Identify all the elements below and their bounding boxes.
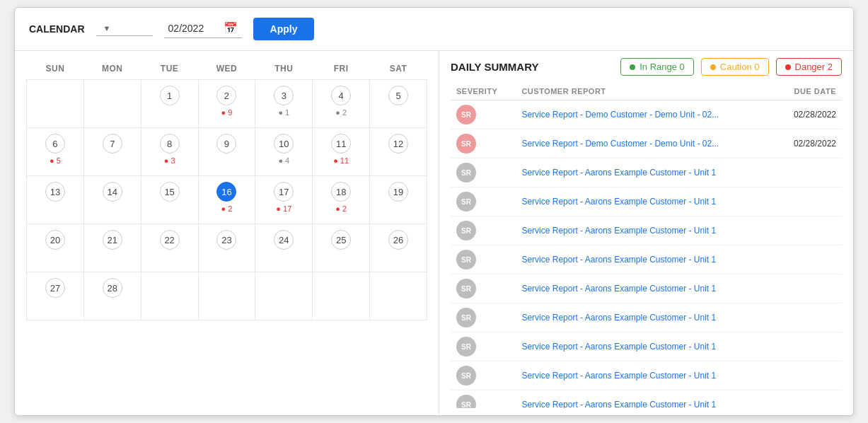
report-link[interactable]: Service Report - Aarons Example Customer… (521, 197, 716, 207)
calendar-cell[interactable]: 11● 11 (313, 128, 370, 176)
day-number: 28 (103, 278, 122, 298)
calendar-cell[interactable]: 10● 4 (255, 128, 313, 176)
day-number: 17 (274, 182, 294, 202)
severity-cell: SR (451, 245, 516, 274)
day-number: 12 (388, 134, 408, 153)
severity-cell: SR (451, 100, 516, 129)
report-link[interactable]: Service Report - Aarons Example Customer… (521, 371, 716, 381)
report-table-wrap: SEVERITYCUSTOMER REPORTDUE DATE SRServic… (451, 83, 842, 408)
day-dot: ● 2 (314, 108, 368, 117)
table-row: SRService Report - Aarons Example Custom… (451, 187, 842, 216)
day-number: 13 (45, 182, 65, 202)
calendar-cell (27, 80, 84, 128)
report-link-cell[interactable]: Service Report - Aarons Example Customer… (516, 274, 775, 303)
report-link-cell[interactable]: Service Report - Aarons Example Customer… (516, 361, 775, 390)
badge-dot (630, 64, 635, 70)
calendar-cell[interactable]: 15 (141, 176, 198, 224)
apply-button[interactable]: Apply (253, 18, 315, 40)
report-link[interactable]: Service Report - Demo Customer - Demo Un… (521, 110, 719, 120)
due-date-cell (775, 216, 843, 245)
calendar-cell[interactable]: 21 (83, 224, 141, 272)
report-link[interactable]: Service Report - Aarons Example Customer… (521, 400, 716, 408)
calendar-cell[interactable]: 20 (27, 224, 84, 272)
badge-dot (710, 64, 716, 70)
calendar-cell[interactable]: 12 (370, 128, 427, 176)
day-number: 10 (274, 134, 294, 153)
badge-danger[interactable]: Danger 2 (776, 58, 842, 76)
calendar-cell[interactable]: 6● 5 (27, 128, 84, 176)
report-link[interactable]: Service Report - Aarons Example Customer… (521, 284, 716, 294)
cal-header-thu: THU (255, 58, 313, 80)
sr-badge: SR (456, 337, 476, 357)
app-container: CALENDAR ▼ 02/2022 📅 Apply SUNMONTUEWEDT… (14, 7, 854, 416)
report-link-cell[interactable]: Service Report - Aarons Example Customer… (516, 390, 775, 409)
calendar-panel: SUNMONTUEWEDTHUFRISAT 12● 93● 14● 256● 5… (15, 51, 439, 415)
cal-header-wed: WED (198, 58, 255, 80)
calendar-cell[interactable]: 9 (198, 128, 255, 176)
report-link-cell[interactable]: Service Report - Demo Customer - Demo Un… (516, 129, 775, 158)
sr-badge: SR (456, 250, 476, 270)
day-number: 14 (103, 182, 122, 202)
calendar-cell[interactable]: 8● 3 (141, 128, 198, 176)
calendar-cell[interactable]: 5 (370, 80, 427, 128)
calendar-icon[interactable]: 📅 (224, 21, 238, 35)
calendar-cell[interactable]: 4● 2 (313, 80, 370, 128)
cal-header-tue: TUE (141, 58, 198, 80)
severity-cell: SR (451, 390, 516, 409)
calendar-cell[interactable]: 24 (255, 224, 313, 272)
day-dot: ● 11 (314, 156, 368, 165)
day-number: 25 (331, 230, 351, 250)
report-link-cell[interactable]: Service Report - Aarons Example Customer… (516, 332, 775, 361)
calendar-cell[interactable]: 17● 17 (255, 176, 313, 224)
calendar-cell[interactable]: 2● 9 (198, 80, 255, 128)
badge-caution[interactable]: Caution 0 (701, 58, 769, 76)
badge-dot (785, 64, 791, 70)
day-number: 11 (331, 134, 351, 153)
day-number: 26 (388, 230, 408, 250)
calendar-cell[interactable]: 26 (370, 224, 427, 272)
day-number: 27 (45, 278, 65, 298)
calendar-cell[interactable]: 7 (83, 128, 141, 176)
day-number: 18 (331, 182, 351, 202)
calendar-cell[interactable]: 22 (141, 224, 198, 272)
main-content: SUNMONTUEWEDTHUFRISAT 12● 93● 14● 256● 5… (15, 51, 853, 415)
report-link[interactable]: Service Report - Aarons Example Customer… (521, 342, 716, 352)
severity-cell: SR (451, 361, 516, 390)
badge-label: Danger 2 (795, 62, 833, 72)
calendar-cell[interactable]: 18● 2 (313, 176, 370, 224)
calendar-cell[interactable]: 23 (198, 224, 255, 272)
calendar-cell[interactable]: 27 (27, 272, 84, 320)
report-link-cell[interactable]: Service Report - Aarons Example Customer… (516, 245, 775, 274)
report-link-cell[interactable]: Service Report - Aarons Example Customer… (516, 187, 775, 216)
calendar-cell[interactable]: 25 (313, 224, 370, 272)
report-link[interactable]: Service Report - Aarons Example Customer… (521, 255, 716, 265)
day-number: 5 (388, 86, 408, 105)
calendar-cell[interactable]: 3● 1 (255, 80, 313, 128)
report-link[interactable]: Service Report - Aarons Example Customer… (521, 168, 716, 178)
calendar-cell[interactable]: 14 (83, 176, 141, 224)
calendar-cell[interactable]: 16● 2 (198, 176, 255, 224)
report-link[interactable]: Service Report - Demo Customer - Demo Un… (521, 139, 719, 149)
day-number: 16 (216, 182, 236, 202)
report-col-header: DUE DATE (775, 83, 843, 100)
calendar-label: CALENDAR (29, 23, 85, 35)
report-link[interactable]: Service Report - Aarons Example Customer… (521, 226, 716, 236)
report-link-cell[interactable]: Service Report - Aarons Example Customer… (516, 216, 775, 245)
report-link-cell[interactable]: Service Report - Demo Customer - Demo Un… (516, 100, 775, 129)
report-link[interactable]: Service Report - Aarons Example Customer… (521, 313, 716, 323)
calendar-cell[interactable]: 19 (370, 176, 427, 224)
calendar-dropdown[interactable]: ▼ (96, 23, 153, 36)
day-dot: ● 3 (143, 156, 197, 165)
calendar-cell[interactable]: 13 (27, 176, 84, 224)
report-link-cell[interactable]: Service Report - Aarons Example Customer… (516, 158, 775, 187)
day-dot: ● 17 (257, 204, 311, 213)
due-date-cell (775, 303, 843, 332)
badge-in-range[interactable]: In Range 0 (620, 58, 694, 76)
due-date-cell (775, 158, 843, 187)
severity-cell: SR (451, 274, 516, 303)
sr-badge: SR (456, 279, 476, 299)
report-link-cell[interactable]: Service Report - Aarons Example Customer… (516, 303, 775, 332)
table-row: SRService Report - Aarons Example Custom… (451, 303, 842, 332)
calendar-cell[interactable]: 1 (141, 80, 198, 128)
calendar-cell[interactable]: 28 (83, 272, 141, 320)
